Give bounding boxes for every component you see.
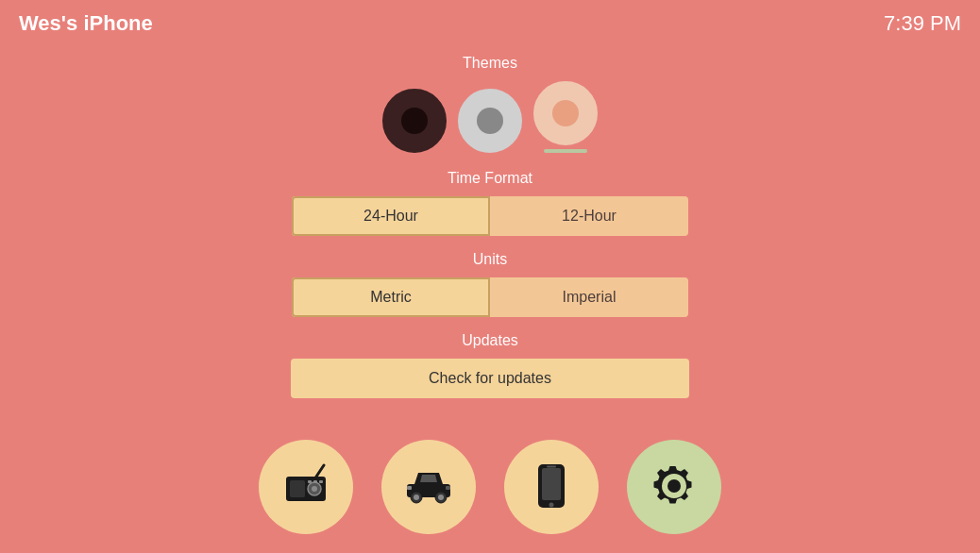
theme-peach-wrapper [533,81,598,153]
svg-rect-6 [313,480,317,483]
svg-line-4 [316,465,324,477]
time-display: 7:39 PM [884,11,961,36]
phone-icon [536,462,566,512]
24hour-button[interactable]: 24-Hour [292,196,490,236]
12hour-button[interactable]: 12-Hour [490,196,688,236]
updates-label: Updates [462,332,518,349]
svg-rect-7 [319,480,323,483]
svg-point-3 [312,486,317,492]
radio-icon [282,463,329,511]
svg-rect-18 [547,465,556,467]
svg-point-12 [438,494,444,500]
svg-rect-13 [407,486,412,490]
svg-point-17 [549,502,554,507]
units-row: Metric Imperial [292,277,688,317]
nav-settings[interactable] [627,440,721,534]
svg-rect-16 [542,468,561,500]
nav-radio[interactable] [259,440,353,534]
theme-selected-indicator [544,149,587,153]
gear-icon [651,462,698,512]
theme-peach-button[interactable] [533,81,598,145]
nav-phone[interactable] [504,440,599,534]
time-format-label: Time Format [448,170,532,187]
metric-button[interactable]: Metric [292,277,490,317]
bottom-nav [0,440,980,534]
svg-rect-14 [446,486,450,490]
device-name: Wes's iPhone [19,11,153,36]
themes-row [382,81,598,153]
time-format-row: 24-Hour 12-Hour [292,196,688,236]
themes-label: Themes [463,55,517,72]
main-content: Themes Time Format 24-Hour 12-Hour Units… [0,36,980,398]
imperial-button[interactable]: Imperial [490,277,688,317]
car-icon [403,463,454,511]
check-updates-button[interactable]: Check for updates [291,359,689,398]
theme-light-button[interactable] [458,89,522,153]
theme-dark-button[interactable] [382,89,447,153]
header: Wes's iPhone 7:39 PM [0,0,980,36]
svg-rect-1 [290,480,305,497]
nav-car[interactable] [381,440,476,534]
units-label: Units [473,251,507,268]
svg-rect-5 [308,480,312,483]
svg-point-11 [414,494,419,500]
